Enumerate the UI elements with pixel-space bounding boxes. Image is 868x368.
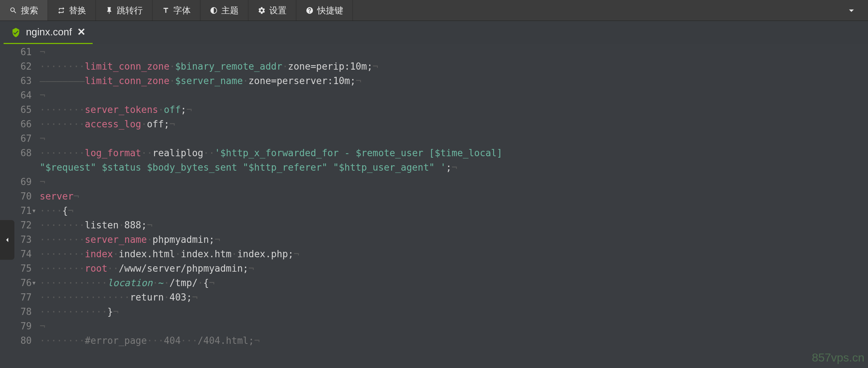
code-line[interactable]: ¬ xyxy=(36,45,868,59)
line-number: 79 xyxy=(0,319,32,333)
shortcuts-button[interactable]: 快捷键 xyxy=(296,0,353,21)
replace-label: 替换 xyxy=(69,5,86,16)
code-area[interactable]: ¬········limit_conn_zone·$binary_remote_… xyxy=(36,44,868,368)
settings-label: 设置 xyxy=(269,5,287,16)
help-icon xyxy=(306,6,314,14)
line-number: 71▼ xyxy=(0,203,32,218)
theme-label: 主题 xyxy=(221,5,239,16)
search-button[interactable]: 搜索 xyxy=(0,0,48,21)
close-icon[interactable]: ✕ xyxy=(77,26,85,38)
code-line[interactable]: ¬ xyxy=(36,319,868,333)
line-number: 68 xyxy=(0,146,32,175)
code-line[interactable]: ········index·index.html·index.htm·index… xyxy=(36,247,868,261)
toolbar: 搜索 替换 跳转行 字体 主题 设置 快捷键 xyxy=(0,0,868,21)
code-line[interactable]: ········#error_page···404···/404.html;¬ xyxy=(36,333,868,348)
file-icon xyxy=(11,27,21,37)
code-line[interactable]: ············}¬ xyxy=(36,305,868,319)
code-line[interactable]: ········listen·888;¬ xyxy=(36,218,868,232)
code-line[interactable]: ········root··/www/server/phpmyadmin;¬ xyxy=(36,261,868,276)
chevron-left-icon xyxy=(3,236,12,244)
code-line[interactable]: ————————limit_conn_zone·$server_name·zon… xyxy=(36,74,868,88)
line-number: 63 xyxy=(0,74,32,88)
shortcuts-label: 快捷键 xyxy=(317,5,343,16)
goto-label: 跳转行 xyxy=(117,5,143,16)
replace-button[interactable]: 替换 xyxy=(48,0,96,21)
line-number: 64 xyxy=(0,88,32,102)
file-tab[interactable]: nginx.conf ✕ xyxy=(4,21,93,44)
side-panel-toggle[interactable] xyxy=(0,220,14,260)
code-line[interactable]: ········server_name·phpmyadmin;¬ xyxy=(36,232,868,247)
line-number: 69 xyxy=(0,175,32,189)
line-number: 77 xyxy=(0,290,32,305)
code-line[interactable]: server¬ xyxy=(36,189,868,203)
editor: 6162636465666768697071▼7273747576▼777879… xyxy=(0,44,868,368)
tab-filename: nginx.conf xyxy=(26,26,72,38)
line-number: 70 xyxy=(0,189,32,203)
code-line[interactable]: ········limit_conn_zone·$binary_remote_a… xyxy=(36,59,868,74)
line-number: 66 xyxy=(0,117,32,131)
font-button[interactable]: 字体 xyxy=(152,0,200,21)
code-line[interactable]: ············location·~·/tmp/·{¬ xyxy=(36,276,868,290)
line-number: 80 xyxy=(0,333,32,348)
code-line[interactable]: ¬ xyxy=(36,131,868,146)
line-number: 62 xyxy=(0,59,32,74)
chevron-down-icon xyxy=(846,5,857,16)
replace-icon xyxy=(57,6,65,14)
pin-icon xyxy=(105,6,113,14)
font-icon xyxy=(162,6,170,14)
collapse-button[interactable] xyxy=(835,0,868,21)
search-label: 搜索 xyxy=(21,5,38,16)
settings-button[interactable]: 设置 xyxy=(248,0,296,21)
code-line[interactable]: ········access_log·off;¬ xyxy=(36,117,868,131)
line-number: 78 xyxy=(0,305,32,319)
code-line[interactable]: ········log_format··realiplog··'$http_x_… xyxy=(36,146,533,175)
theme-icon xyxy=(210,6,218,14)
search-icon xyxy=(9,6,17,14)
code-line[interactable]: ····{¬ xyxy=(36,203,868,218)
line-number: 67 xyxy=(0,131,32,146)
code-line[interactable]: ················return·403;¬ xyxy=(36,290,868,305)
theme-button[interactable]: 主题 xyxy=(200,0,248,21)
tab-bar: nginx.conf ✕ xyxy=(0,21,868,44)
code-line[interactable]: ¬ xyxy=(36,175,868,189)
line-number: 65 xyxy=(0,102,32,117)
code-line[interactable]: ¬ xyxy=(36,88,868,102)
line-gutter: 6162636465666768697071▼7273747576▼777879… xyxy=(0,44,36,368)
line-number: 76▼ xyxy=(0,276,32,290)
code-line[interactable]: ········server_tokens·off;¬ xyxy=(36,102,868,117)
line-number: 61 xyxy=(0,45,32,59)
watermark: 857vps.cn xyxy=(812,351,864,364)
line-number: 75 xyxy=(0,261,32,276)
font-label: 字体 xyxy=(173,5,191,16)
gear-icon xyxy=(258,6,266,14)
goto-button[interactable]: 跳转行 xyxy=(96,0,152,21)
